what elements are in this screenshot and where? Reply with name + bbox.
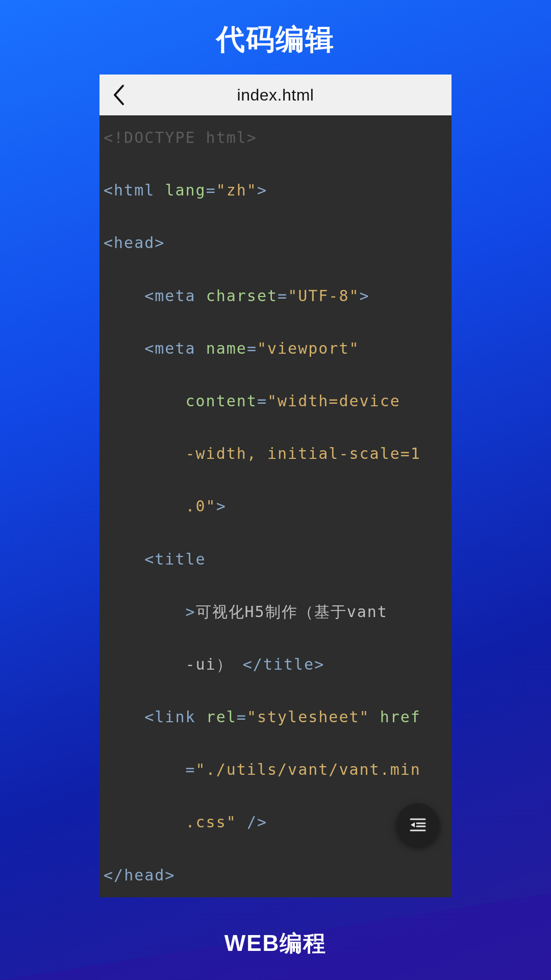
filename-label: index.html	[99, 86, 452, 105]
editor-window: index.html <!DOCTYPE html> <html lang="z…	[99, 75, 452, 897]
code-line: <!DOCTYPE html>	[104, 129, 257, 146]
code-content[interactable]: <!DOCTYPE html> <html lang="zh"> <head> …	[104, 125, 447, 897]
outdent-icon	[409, 817, 427, 832]
svg-marker-1	[411, 822, 415, 827]
back-icon	[112, 84, 126, 106]
editor-header: index.html	[99, 75, 452, 115]
page-top-title: 代码编辑	[216, 20, 335, 59]
back-button[interactable]	[112, 84, 126, 106]
page-bottom-title: WEB编程	[0, 928, 551, 959]
app-screenshot: 代码编辑 index.html <!DOCTYPE html> <html la…	[0, 0, 551, 980]
outdent-fab[interactable]	[396, 803, 439, 846]
code-editor[interactable]: <!DOCTYPE html> <html lang="zh"> <head> …	[99, 115, 452, 897]
